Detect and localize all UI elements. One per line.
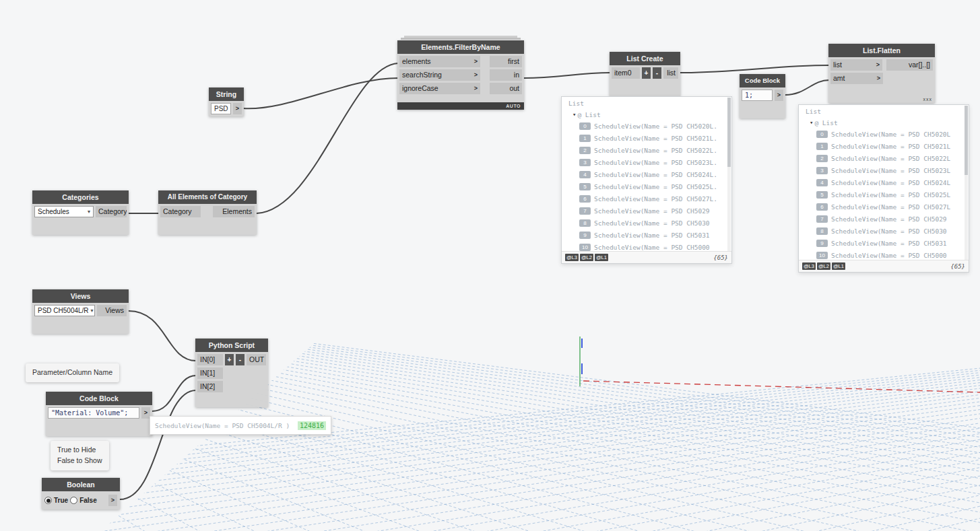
boolean-true-radio[interactable]: True [44, 497, 68, 504]
python-output-port[interactable]: OUT [247, 354, 266, 365]
node-code-block-param[interactable]: Code Block "Material: Volume"; > [46, 392, 152, 436]
add-port-button[interactable]: + [225, 354, 234, 365]
preview-footer: @L3 @L2 @L1 {65} [799, 260, 969, 272]
collapse-arrow-icon[interactable]: ▾ [573, 111, 576, 118]
collapse-arrow-icon[interactable]: ▾ [810, 119, 813, 126]
python-input-in0[interactable]: IN[0] [197, 354, 223, 365]
list-index-badge: 1 [816, 143, 828, 150]
python-input-in1[interactable]: IN[1] [197, 367, 223, 379]
string-output-port[interactable]: > [233, 103, 242, 114]
node-boolean-header[interactable]: Boolean [42, 478, 120, 491]
filter-input-ignorecase[interactable]: ignoreCase > [399, 83, 480, 94]
preview-group-label: @ List [814, 119, 837, 127]
filter-input-searchstring[interactable]: searchString > [399, 69, 480, 81]
level-badge[interactable]: @L2 [817, 262, 830, 270]
remove-port-button[interactable]: - [653, 67, 661, 79]
preview-group-row[interactable]: ▾ @ List [562, 109, 731, 120]
node-all-elements-header[interactable]: All Elements of Category [158, 190, 257, 204]
preview-scrollbar[interactable] [727, 98, 731, 251]
stacked-sheet-icon [404, 36, 517, 38]
flatten-lacing-indicator[interactable]: xxx [923, 97, 933, 102]
node-filter-gap [482, 69, 488, 81]
list-index-badge: 4 [816, 179, 828, 186]
wire-filter-to-listcreate[interactable] [524, 73, 610, 78]
node-categories[interactable]: Categories Schedules ▾ Category [32, 190, 129, 235]
node-code-block-param-header[interactable]: Code Block [46, 392, 152, 405]
node-filter-body: elements > first searchString > in ignor… [397, 54, 524, 102]
all-elements-output-port[interactable]: Elements [213, 206, 255, 217]
scrollbar-thumb[interactable] [727, 98, 731, 167]
flatten-output-port[interactable]: var[]..[] [886, 59, 933, 71]
flatten-input-amt[interactable]: amt > [830, 73, 883, 84]
node-all-elements-gap [203, 206, 211, 217]
node-list-create[interactable]: List Create item0 + - list [610, 52, 680, 96]
code-block-param-input[interactable]: "Material: Volume"; [48, 407, 139, 419]
list-create-input-item0[interactable]: item0 [612, 67, 640, 79]
level-badge[interactable]: @L1 [595, 254, 608, 261]
node-list-create-header[interactable]: List Create [610, 52, 680, 65]
node-python-spacer [197, 394, 266, 405]
string-value-input[interactable]: PSD [211, 103, 231, 114]
code-block-amt-input[interactable]: 1; [742, 90, 773, 101]
level-badge[interactable]: @L3 [802, 262, 816, 270]
node-boolean-body: True False > [42, 491, 120, 509]
tooltip-line-1: True to Hide [57, 445, 102, 456]
wire-allelements-to-elements[interactable] [257, 63, 398, 213]
dynamo-workspace-canvas[interactable]: String PSD > Categories Schedules ▾ Cate… [0, 0, 980, 531]
boolean-output-port[interactable]: > [108, 495, 117, 506]
preview-group-row[interactable]: ▾ @ List [799, 117, 969, 128]
list-index-badge: 9 [579, 232, 591, 239]
python-input-in2[interactable]: IN[2] [197, 381, 223, 392]
node-python-script[interactable]: Python Script IN[0] + - OUT IN[1] IN[2] [195, 339, 268, 407]
views-dropdown[interactable]: PSD CH5004L/R ▾ [34, 305, 95, 316]
node-elements-filter-by-name[interactable]: Elements.FilterByName elements > first s… [397, 40, 524, 110]
node-string-header[interactable]: String [209, 87, 244, 101]
node-filter-gap [482, 56, 488, 67]
wire-codeblock-to-amt[interactable] [785, 80, 829, 95]
level-badge[interactable]: @L2 [580, 254, 593, 261]
filter-output-in[interactable]: in [490, 69, 522, 81]
filter-output-first[interactable]: first [490, 56, 522, 67]
wire-string-to-searchstring[interactable] [243, 78, 398, 108]
node-views[interactable]: Views PSD CH5004L/R ▾ Views [32, 289, 129, 334]
add-port-button[interactable]: + [642, 67, 651, 79]
radio-icon [70, 497, 77, 504]
level-badge[interactable]: @L1 [832, 262, 845, 270]
all-elements-input-port[interactable]: Category [160, 206, 201, 217]
list-item: 1ScheduleView(Name = PSD CH5021L. [562, 132, 731, 144]
filter-output-out[interactable]: out [490, 83, 522, 94]
node-categories-header[interactable]: Categories [32, 190, 129, 204]
filter-input-elements[interactable]: elements > [399, 56, 480, 67]
categories-dropdown[interactable]: Schedules ▾ [34, 206, 94, 217]
node-all-elements-of-category[interactable]: All Elements of Category Category Elemen… [158, 190, 257, 235]
node-code-block-amt-header[interactable]: Code Block [740, 74, 785, 87]
list-item-text: ScheduleView(Name = PSD CH5029 [831, 215, 947, 223]
wire-codeblock-to-in1[interactable] [152, 376, 196, 411]
node-code-block-amt[interactable]: Code Block 1; > [740, 74, 785, 118]
code-block-amt-output-port[interactable]: > [775, 90, 783, 101]
node-python-header[interactable]: Python Script [195, 339, 268, 352]
node-list-flatten[interactable]: List.Flatten list > var[]..[] amt > xxx [828, 44, 935, 103]
grid-line [43, 269, 980, 531]
node-filter-header[interactable]: Elements.FilterByName [397, 40, 524, 54]
node-code-block-param-spacer [48, 421, 150, 434]
flatten-input-list[interactable]: list > [830, 59, 882, 71]
list-create-output-port[interactable]: list [663, 67, 678, 79]
list-item-text: ScheduleView(Name = PSD CH5020L [831, 131, 950, 138]
node-list-flatten-header[interactable]: List.Flatten [828, 44, 935, 57]
scrollbar-thumb[interactable] [965, 106, 968, 175]
wire-listcreate-to-flatten[interactable] [680, 65, 829, 73]
node-boolean[interactable]: Boolean True False > [42, 478, 120, 509]
boolean-false-radio[interactable]: False [70, 497, 97, 504]
node-views-header[interactable]: Views [32, 289, 129, 303]
views-output-port[interactable]: Views [97, 305, 127, 316]
level-badge[interactable]: @L3 [565, 254, 579, 261]
remove-port-button[interactable]: - [236, 354, 244, 365]
wire-views-to-in0[interactable] [129, 311, 196, 361]
categories-output-port[interactable]: Category [96, 206, 127, 217]
preview-scrollbar[interactable] [965, 106, 968, 260]
node-string[interactable]: String PSD > [209, 87, 244, 116]
list-index-badge: 0 [579, 122, 591, 130]
list-index-badge: 10 [579, 244, 591, 251]
filter-lacing-auto[interactable]: AUTO [397, 102, 524, 110]
